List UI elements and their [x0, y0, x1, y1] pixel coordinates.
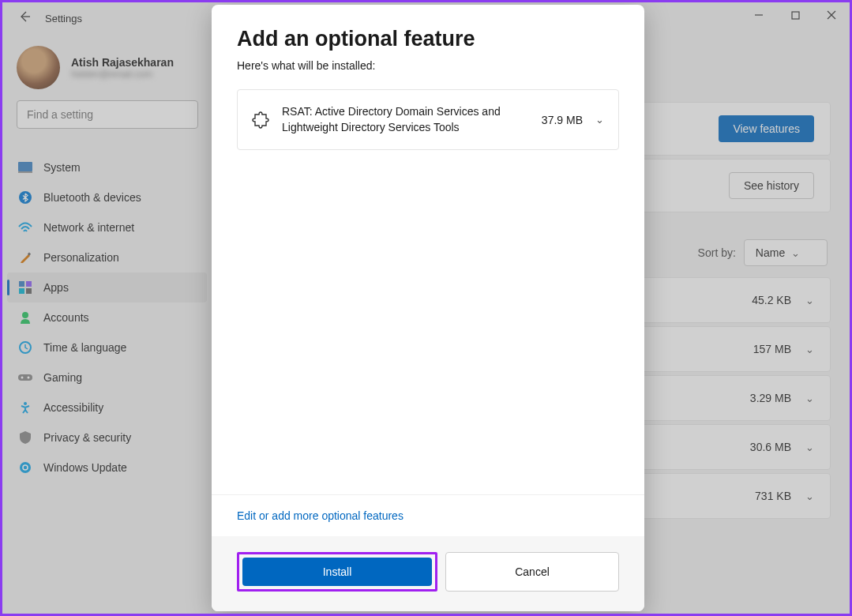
install-button[interactable]: Install [242, 558, 432, 586]
highlight-annotation: Install [237, 552, 437, 592]
feature-size: 37.9 MB [542, 114, 583, 126]
puzzle-icon [252, 111, 269, 129]
add-feature-modal: Add an optional feature Here's what will… [212, 5, 644, 611]
chevron-down-icon: ⌄ [595, 114, 604, 126]
cancel-button[interactable]: Cancel [445, 552, 619, 592]
feature-card[interactable]: RSAT: Active Directory Domain Services a… [237, 89, 619, 150]
modal-subtitle: Here's what will be installed: [237, 59, 619, 72]
edit-features-link[interactable]: Edit or add more optional features [212, 494, 644, 536]
modal-title: Add an optional feature [237, 27, 619, 51]
feature-name: RSAT: Active Directory Domain Services a… [282, 104, 529, 135]
